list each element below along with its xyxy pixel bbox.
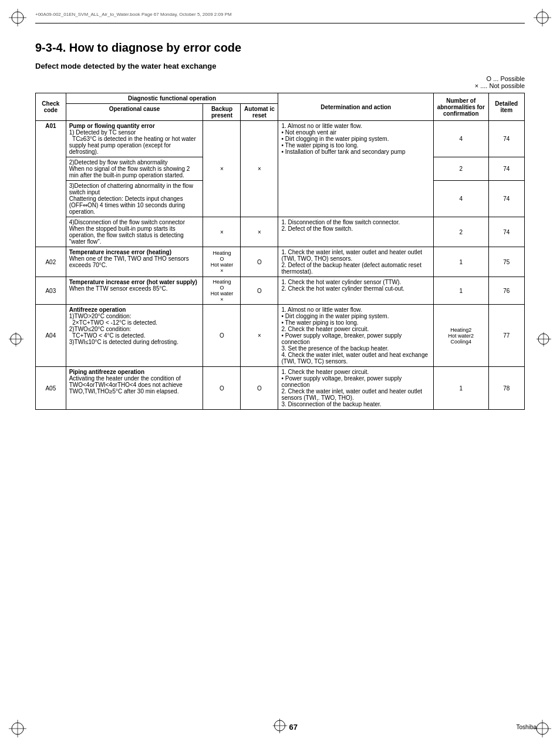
check-code-a02: A02: [36, 247, 66, 277]
automat-a01-4: ×: [241, 217, 278, 247]
detailed-a02: 75: [488, 247, 524, 277]
backup-a01: ×: [203, 121, 241, 217]
op-cause-a01-2: 2)Detected by flow switch abnormality Wh…: [66, 157, 203, 181]
detailed-a01-2: 74: [488, 157, 524, 181]
th-detailed: Detailed item: [488, 93, 524, 121]
detailed-a03: 76: [488, 277, 524, 305]
table-container: Checkcode Diagnostic functional operatio…: [23, 93, 537, 410]
det-action-a04: 1. Almost no or little water flow. • Dir…: [278, 305, 434, 367]
corner-mark-tr: [534, 9, 551, 26]
side-mark-left: [9, 332, 23, 348]
check-code-a05: A05: [36, 367, 66, 410]
automat-a03: O: [241, 277, 278, 305]
bottom-center-mark: [273, 719, 288, 734]
corner-mark-tl: [9, 9, 26, 26]
backup-a03: HeatingOHot water×: [203, 277, 241, 305]
subsection-title: Defect mode detected by the water heat e…: [35, 62, 525, 70]
th-check-code: Checkcode: [36, 93, 66, 121]
det-action-a03: 1. Check the hot water cylinder sensor (…: [278, 277, 434, 305]
page-wrapper: +00A09-002_01EN_SVM_ALL_Air_to_Water.boo…: [0, 0, 560, 755]
th-determination: Determination and action: [278, 93, 434, 121]
table-row: A03 Temperature increase error (hot wate…: [36, 277, 525, 305]
num-abnorm-a03: 1: [434, 277, 489, 305]
automat-a02: O: [241, 247, 278, 277]
det-action-a05: 1. Check the heater power circuit. • Pow…: [278, 367, 434, 410]
automat-a04: ×: [241, 305, 278, 367]
page-header: 9-3-4. How to diagnose by error code Def…: [23, 41, 537, 89]
op-cause-a02: Temperature increase error (heating) Whe…: [66, 247, 203, 277]
legend: O ... Possible × .... Not possible: [35, 75, 525, 89]
legend-not-possible: × .... Not possible: [35, 82, 525, 89]
backup-a05: O: [203, 367, 241, 410]
table-row: A05 Piping antifreeze operation Activati…: [36, 367, 525, 410]
op-cause-a01-1: Pump or flowing quantity error 1) Detect…: [66, 121, 203, 157]
table-row: 4)Disconnection of the flow switch conne…: [36, 217, 525, 247]
file-info: +00A09-002_01EN_SVM_ALL_Air_to_Water.boo…: [35, 12, 537, 17]
check-code-a04: A04: [36, 305, 66, 367]
section-title: 9-3-4. How to diagnose by error code: [35, 41, 525, 55]
detailed-a01-3: 74: [488, 181, 524, 217]
automat-a01: ×: [241, 121, 278, 217]
backup-a01-4: ×: [203, 217, 241, 247]
num-abnorm-a01-3: 4: [434, 181, 489, 217]
table-row: A01 Pump or flowing quantity error 1) De…: [36, 121, 525, 157]
detailed-a05: 78: [488, 367, 524, 410]
backup-a02: HeatingOHot water×: [203, 247, 241, 277]
th-diag-functional: Diagnostic functional operation: [66, 93, 278, 104]
op-cause-a01-3: 3)Detection of chattering abnormality in…: [66, 181, 203, 217]
num-abnorm-a01-2: 2: [434, 157, 489, 181]
num-abnorm-a01-1: 4: [434, 121, 489, 157]
automat-a05: O: [241, 367, 278, 410]
detailed-a01-1: 74: [488, 121, 524, 157]
diagnostic-table: Checkcode Diagnostic functional operatio…: [35, 93, 525, 410]
det-action-a02: 1. Check the water inlet, water outlet a…: [278, 247, 434, 277]
th-num-abnorm: Number of abnormalities for confirmation: [434, 93, 489, 121]
table-row: A04 Antifreeze operation 1)TWO>20°C cond…: [36, 305, 525, 367]
check-code-a01: A01: [36, 121, 66, 247]
op-cause-a01-4: 4)Disconnection of the flow switch conne…: [66, 217, 203, 247]
op-cause-a04: Antifreeze operation 1)TWO>20°C conditio…: [66, 305, 203, 367]
legend-possible: O ... Possible: [35, 75, 525, 82]
table-row: A02 Temperature increase error (heating)…: [36, 247, 525, 277]
check-code-a03: A03: [36, 277, 66, 305]
num-abnorm-a01-4: 2: [434, 217, 489, 247]
det-action-a01: 1. Almost no or little water flow. • Not…: [278, 121, 434, 217]
op-cause-a03: Temperature increase error (hot water su…: [66, 277, 203, 305]
num-abnorm-a05: 1: [434, 367, 489, 410]
th-backup: Backup present: [203, 104, 241, 121]
backup-a04: O: [203, 305, 241, 367]
op-cause-a05: Piping antifreeze operation Activating t…: [66, 367, 203, 410]
detailed-a04: 77: [488, 305, 524, 367]
side-mark-right: [537, 332, 551, 348]
page-number: 67: [70, 723, 517, 732]
num-abnorm-a04: Heating2Hot water2Cooling4: [434, 305, 489, 367]
num-abnorm-a02: 1: [434, 247, 489, 277]
det-action-a01-4: 1. Disconnection of the flow switch conn…: [278, 217, 434, 247]
th-automat: Automat ic reset: [241, 104, 278, 121]
th-op-cause: Operational cause: [66, 104, 203, 121]
detailed-a01-4: 74: [488, 217, 524, 247]
brand-name: Toshiba: [517, 724, 537, 730]
